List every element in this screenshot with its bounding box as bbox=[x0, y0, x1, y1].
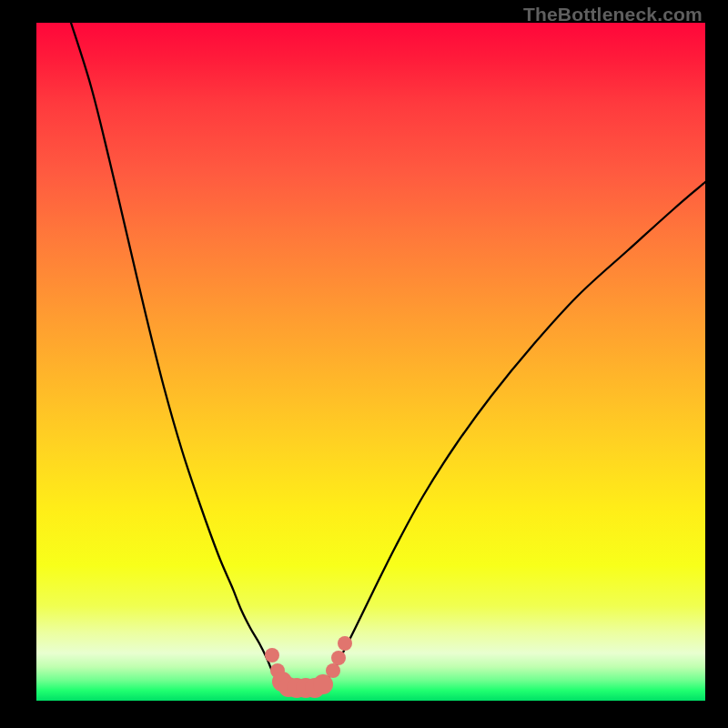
svg-point-8 bbox=[326, 663, 340, 678]
svg-point-9 bbox=[331, 651, 346, 665]
svg-point-10 bbox=[338, 636, 352, 651]
svg-point-7 bbox=[313, 674, 333, 694]
svg-point-0 bbox=[265, 648, 279, 662]
plot-area bbox=[36, 23, 705, 701]
trough-markers bbox=[265, 636, 352, 698]
chart-svg bbox=[36, 23, 705, 701]
watermark-text: TheBottleneck.com bbox=[523, 4, 703, 25]
bottleneck-curve-left bbox=[71, 23, 278, 682]
bottleneck-curve-right bbox=[327, 182, 705, 682]
chart-frame: TheBottleneck.com bbox=[0, 0, 728, 728]
